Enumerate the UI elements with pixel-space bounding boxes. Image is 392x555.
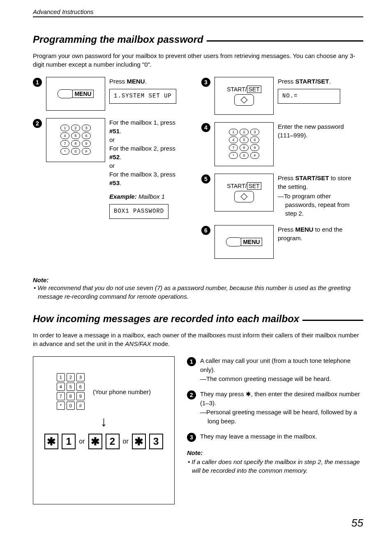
example-label: Example: bbox=[109, 193, 137, 200]
sub-text: —The common greeting message will be hea… bbox=[200, 374, 363, 383]
text-bold: MENU bbox=[295, 226, 314, 233]
step4-illustration: 123 456 789 *0# bbox=[214, 122, 274, 166]
btn-boxed: SET bbox=[247, 182, 261, 190]
step5: 5 START/SET Press START/SET to store the… bbox=[201, 174, 357, 218]
digit-key-icon: 3 bbox=[149, 434, 163, 449]
section2-note: Note: If a caller does not specify the m… bbox=[187, 448, 363, 475]
sub-text: —To program other passwords, repeat from… bbox=[278, 192, 357, 218]
keypad-icon: 123 456 789 *0# bbox=[57, 373, 85, 411]
step5-illustration: START/SET bbox=[214, 174, 274, 211]
step-number: 2 bbox=[33, 119, 42, 128]
step-number: 3 bbox=[201, 78, 210, 87]
phone-number-label: (Your phone number) bbox=[93, 388, 151, 396]
text-bold: #52 bbox=[109, 153, 120, 160]
step2-illustration: 123 456 789 *0# bbox=[46, 118, 105, 162]
section2-title-text: How incoming messages are recorded into … bbox=[33, 313, 299, 325]
text: In order to leave a message in a mailbox… bbox=[33, 332, 359, 347]
digit-key-icon: 2 bbox=[106, 434, 120, 449]
section2-intro: In order to leave a message in a mailbox… bbox=[33, 331, 363, 348]
text: . bbox=[145, 78, 147, 85]
step6: 6 MENU Press MENU to end the program. bbox=[201, 225, 357, 259]
btn-text: START/ bbox=[227, 183, 247, 189]
step2-instruction: For the mailbox 1, press #51. or For the… bbox=[109, 118, 189, 219]
startset-button-icon: START/SET bbox=[227, 86, 261, 106]
section1-intro: Program your own password for your mailb… bbox=[33, 51, 363, 69]
lcd-display: NO.= bbox=[278, 89, 340, 104]
sub-text: —Personal greeting message will be heard… bbox=[200, 408, 363, 426]
step1-illustration: MENU bbox=[46, 77, 105, 111]
page-header: Advanced Instructions bbox=[33, 8, 363, 17]
key-press-row: ✱ 1 or ✱ 2 or ✱ 3 bbox=[44, 434, 163, 449]
section2-title: How incoming messages are recorded into … bbox=[33, 313, 363, 325]
lcd-display: BOX1 PASSWORD bbox=[109, 204, 168, 219]
lcd-display: 1.SYSTEM SET UP bbox=[109, 89, 176, 104]
step-number: 4 bbox=[201, 123, 210, 132]
startset-button-icon: START/SET bbox=[227, 183, 261, 202]
step1: 1 MENU Press MENU. 1.SYSTEM SET UP bbox=[33, 77, 189, 111]
text: Press bbox=[109, 78, 127, 85]
step-number: 6 bbox=[201, 226, 210, 235]
sec2-step1: 1 A caller may call your unit (from a to… bbox=[187, 356, 363, 383]
menu-button-label: MENU bbox=[241, 238, 262, 246]
menu-button-icon: MENU bbox=[226, 237, 262, 246]
step1-instruction: Press MENU. 1.SYSTEM SET UP bbox=[109, 77, 189, 111]
section1-note-heading: Note: bbox=[33, 276, 363, 283]
text-bold: MENU bbox=[127, 78, 145, 85]
text: For the mailbox 1, press bbox=[109, 118, 189, 127]
text: For the mailbox 3, press bbox=[109, 170, 189, 179]
step-number: 3 bbox=[187, 433, 196, 442]
step4-instruction: Enter the new password (111–999). bbox=[278, 122, 357, 166]
step3-instruction: Press START/SET. NO.= bbox=[278, 77, 357, 115]
btn-boxed: SET bbox=[247, 86, 261, 93]
step2: 2 123 456 789 *0# For the mailbox 1, pre… bbox=[33, 118, 189, 219]
star-key-icon: ✱ bbox=[44, 434, 58, 449]
section1-title: Programming the mailbox password bbox=[33, 34, 363, 45]
step6-illustration: MENU bbox=[214, 225, 274, 259]
step4: 4 123 456 789 *0# Enter the new password… bbox=[201, 122, 357, 166]
text: Press bbox=[278, 78, 295, 85]
step3: 3 START/SET Press START/SET. NO.= bbox=[201, 77, 357, 115]
star-key-icon: ✱ bbox=[88, 434, 102, 449]
star-key-icon: ✱ bbox=[132, 434, 146, 449]
arrow-down-icon: ↓ bbox=[100, 413, 107, 430]
step-number: 2 bbox=[187, 390, 196, 399]
step-number: 1 bbox=[187, 357, 196, 366]
digit-key-icon: 1 bbox=[62, 434, 76, 449]
step-number: 5 bbox=[201, 174, 210, 183]
text: . bbox=[329, 78, 331, 85]
sec2-step2: 2 They may press ✱, then enter the desir… bbox=[187, 390, 363, 425]
text: They may press ✱, then enter the desired… bbox=[200, 390, 363, 408]
btn-text: START/ bbox=[227, 86, 247, 93]
text: mode. bbox=[151, 340, 170, 347]
step-number: 1 bbox=[33, 78, 42, 87]
menu-button-label: MENU bbox=[72, 90, 93, 98]
note-heading: Note: bbox=[187, 448, 363, 457]
or-text: or bbox=[123, 438, 129, 445]
or-text: or bbox=[79, 438, 85, 445]
text-bold: START/SET bbox=[295, 174, 329, 181]
text: For the mailbox 2, press bbox=[109, 144, 189, 153]
step5-instruction: Press START/SET to store the setting. —T… bbox=[278, 174, 357, 218]
sec2-step3: 3 They may leave a message in the mailbo… bbox=[187, 432, 363, 442]
text: A caller may call your unit (from a touc… bbox=[200, 356, 363, 374]
note-body: If a caller does not specify the mailbox… bbox=[187, 457, 363, 475]
text: They may leave a message in the mailbox. bbox=[200, 432, 317, 441]
title-rule bbox=[207, 40, 363, 42]
menu-button-icon: MENU bbox=[58, 89, 93, 98]
page-number: 55 bbox=[33, 517, 363, 529]
text-ital: ANS/FAX bbox=[125, 340, 151, 347]
text-bold: #51 bbox=[109, 128, 120, 135]
text-bold: #53 bbox=[109, 179, 120, 186]
section1-title-text: Programming the mailbox password bbox=[33, 34, 203, 45]
text: or bbox=[109, 161, 189, 170]
text-bold: START/SET bbox=[295, 78, 329, 85]
keypad-icon: 123 456 789 *0# bbox=[229, 129, 259, 160]
example-text: Mailbox 1 bbox=[138, 193, 165, 200]
title-rule bbox=[302, 320, 363, 321]
section2-figure: 123 456 789 *0# (Your phone number) ↓ ✱ … bbox=[33, 356, 175, 504]
section1-note-body: We recommend that you do not use seven (… bbox=[33, 283, 363, 301]
keypad-icon: 123 456 789 *0# bbox=[60, 125, 91, 156]
text: or bbox=[109, 135, 189, 144]
step3-illustration: START/SET bbox=[214, 77, 274, 115]
text: Press bbox=[278, 174, 295, 181]
